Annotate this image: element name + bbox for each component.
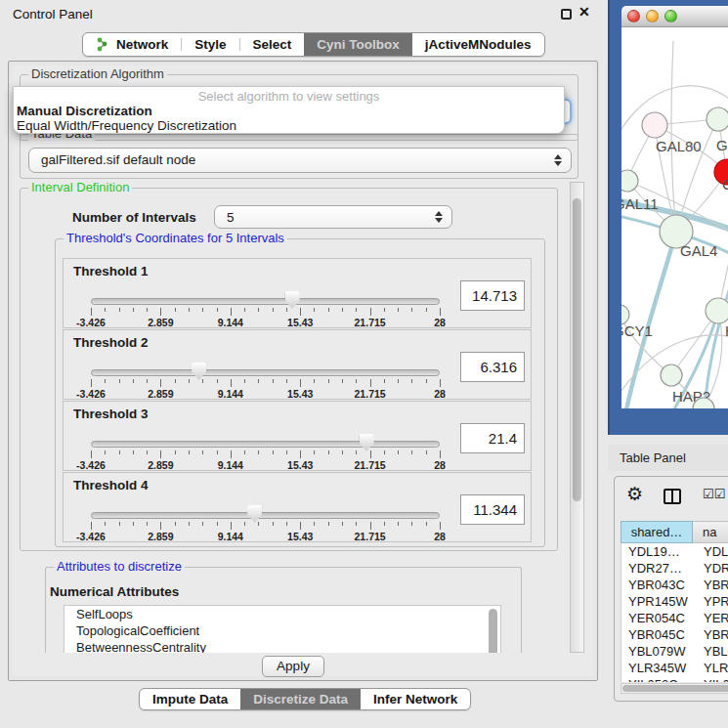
network-graph[interactable]: GAL80GCGAL11GAL4GCY1HHAP2: [621, 27, 728, 408]
threshold-2-slider-handle[interactable]: [192, 363, 206, 380]
threshold-4-slider-handle[interactable]: [247, 505, 262, 523]
table-header-row: shared… na: [621, 521, 728, 543]
network-node-label: C: [722, 176, 728, 193]
cell-shared-name[interactable]: YBR043C: [621, 577, 694, 593]
tab-impute-data[interactable]: Impute Data: [140, 689, 240, 709]
cell-shared-name[interactable]: YDR27…: [621, 560, 694, 577]
tick-label: -3.426: [76, 317, 106, 328]
cell-shared-name[interactable]: YBR045C: [621, 626, 694, 643]
table-row[interactable]: YDL19…YDL1: [621, 543, 728, 560]
interval-definition-label: Interval Definition: [28, 182, 132, 194]
column-header-name[interactable]: na: [693, 521, 728, 543]
network-node-gal11[interactable]: [621, 170, 638, 192]
cell-name[interactable]: YER0: [694, 610, 728, 626]
cell-shared-name[interactable]: YIL052C: [621, 676, 694, 682]
threshold-4-label: Threshold 4: [73, 478, 149, 492]
scrollbar-thumb[interactable]: [622, 685, 728, 692]
threshold-coordinates-label: Threshold's Coordinates for 5 Intervals: [64, 231, 287, 245]
float-panel-icon[interactable]: [561, 9, 572, 20]
tab-discretize-data[interactable]: Discretize Data: [240, 689, 361, 709]
threshold-4-slider-track[interactable]: [91, 512, 440, 519]
panel-vertical-scrollbar[interactable]: [570, 182, 584, 653]
cell-name[interactable]: YPR1: [694, 593, 728, 610]
cell-name[interactable]: YDL1: [694, 543, 728, 560]
table-row[interactable]: YLR345WYLR3: [621, 660, 728, 676]
threshold-2-value-field[interactable]: 6.316: [460, 352, 525, 382]
network-node-hap2[interactable]: [661, 364, 682, 386]
table-data-combobox[interactable]: galFiltered.sif default node: [28, 148, 572, 173]
network-node-label: GAL80: [656, 138, 702, 154]
threshold-1-slider-handle[interactable]: [285, 291, 300, 309]
close-window-icon[interactable]: [627, 10, 640, 22]
cell-name[interactable]: YDR2: [694, 560, 728, 577]
table-row[interactable]: YER054CYER0: [621, 610, 728, 626]
threshold-coordinates-group: Threshold's Coordinates for 5 Intervals …: [55, 238, 545, 547]
tick-label: 2.859: [148, 531, 173, 542]
tab-cyni-toolbox[interactable]: Cyni Toolbox: [304, 33, 412, 56]
threshold-1-value-field[interactable]: 14.713: [460, 280, 525, 311]
tick-label: 15.43: [287, 531, 313, 542]
attribute-list-item[interactable]: BetweennessCentrality: [64, 639, 500, 653]
threshold-2-slider-track[interactable]: [91, 369, 440, 376]
close-panel-icon[interactable]: ✕: [578, 4, 590, 20]
popup-item-equal-width-frequency[interactable]: Equal Width/Frequency Discretization: [14, 118, 564, 133]
threshold-1-slider-track[interactable]: [91, 298, 440, 305]
column-selector-icon[interactable]: [664, 489, 681, 504]
column-header-shared-name[interactable]: shared…: [621, 521, 693, 543]
network-node-h[interactable]: [706, 298, 728, 323]
select-checkboxes-icon[interactable]: ☑☑: [703, 487, 725, 501]
cell-shared-name[interactable]: YER054C: [621, 610, 694, 626]
table-row[interactable]: YIL052CYIL0: [621, 676, 728, 682]
popup-item-manual-discretization[interactable]: Manual Discretization: [14, 104, 564, 118]
cell-shared-name[interactable]: YPR145W: [621, 593, 694, 610]
threshold-3-value-field[interactable]: 21.4: [460, 423, 525, 453]
cell-name[interactable]: YBL0: [694, 643, 728, 660]
threshold-4-value-field[interactable]: 11.344: [460, 494, 525, 525]
attribute-list-item[interactable]: TopologicalCoefficient: [64, 622, 500, 639]
cell-name[interactable]: YBR0: [694, 577, 728, 593]
zoom-window-icon[interactable]: [664, 10, 677, 22]
numerical-attributes-list[interactable]: SelfLoopsTopologicalCoefficientBetweenne…: [64, 605, 501, 653]
slider-ticks: [91, 522, 440, 531]
tick-label: 15.43: [287, 317, 313, 328]
tab-select[interactable]: Select: [240, 33, 305, 56]
table-row[interactable]: YBR045CYBR0: [621, 626, 728, 643]
table-row[interactable]: YPR145WYPR1: [621, 593, 728, 610]
minimize-window-icon[interactable]: [646, 10, 659, 22]
table-horizontal-scrollbar[interactable]: [621, 683, 728, 694]
table-row[interactable]: YBR043CYBR0: [621, 577, 728, 593]
threshold-3-slider-handle[interactable]: [360, 434, 374, 451]
cell-name[interactable]: YLR3: [694, 660, 728, 676]
cell-shared-name[interactable]: YLR345W: [621, 660, 694, 676]
cell-name[interactable]: YBR0: [694, 626, 728, 643]
application-window: Control Panel ✕ Network Style Select Cyn…: [0, 0, 728, 728]
threshold-3-slider-track[interactable]: [91, 441, 440, 448]
tab-network[interactable]: Network: [83, 33, 181, 56]
number-of-intervals-combobox[interactable]: 5: [214, 205, 452, 229]
network-node-gcy1[interactable]: [621, 305, 629, 324]
tick-label: -3.426: [76, 531, 106, 542]
network-window-titlebar[interactable]: [621, 6, 728, 27]
apply-button[interactable]: Apply: [262, 656, 324, 677]
attributes-to-discretize-group: Attributes to discretize Numerical Attri…: [45, 567, 522, 653]
cell-shared-name[interactable]: YDL19…: [621, 543, 694, 560]
network-node-gal80[interactable]: [642, 112, 667, 138]
slider-tick-labels: -3.4262.8599.14415.4321.71528: [91, 317, 440, 328]
threshold-1-panel: Threshold 1 -3.4262.8599.14415.4321.7152…: [63, 258, 532, 328]
tab-jactivemnodules[interactable]: jActiveMNodules: [412, 33, 544, 56]
cell-name[interactable]: YIL0: [694, 676, 728, 682]
tab-style[interactable]: Style: [182, 33, 238, 56]
list-scrollbar[interactable]: [489, 609, 497, 653]
tick-label: 28: [434, 531, 446, 542]
scrollbar-thumb[interactable]: [573, 198, 581, 501]
table-row[interactable]: YDR27…YDR2: [621, 560, 728, 577]
table-row[interactable]: YBL079WYBL0: [621, 643, 728, 660]
attribute-list-item[interactable]: SelfLoops: [64, 606, 500, 622]
gear-icon[interactable]: ⚙: [626, 483, 643, 505]
network-canvas[interactable]: GAL80GCGAL11GAL4GCY1HHAP2: [621, 27, 728, 408]
tab-infer-network[interactable]: Infer Network: [361, 689, 470, 709]
network-icon: [96, 37, 109, 52]
table-panel-titlebar: Table Panel: [608, 445, 728, 471]
network-node-g[interactable]: [707, 107, 728, 131]
cell-shared-name[interactable]: YBL079W: [621, 643, 694, 660]
